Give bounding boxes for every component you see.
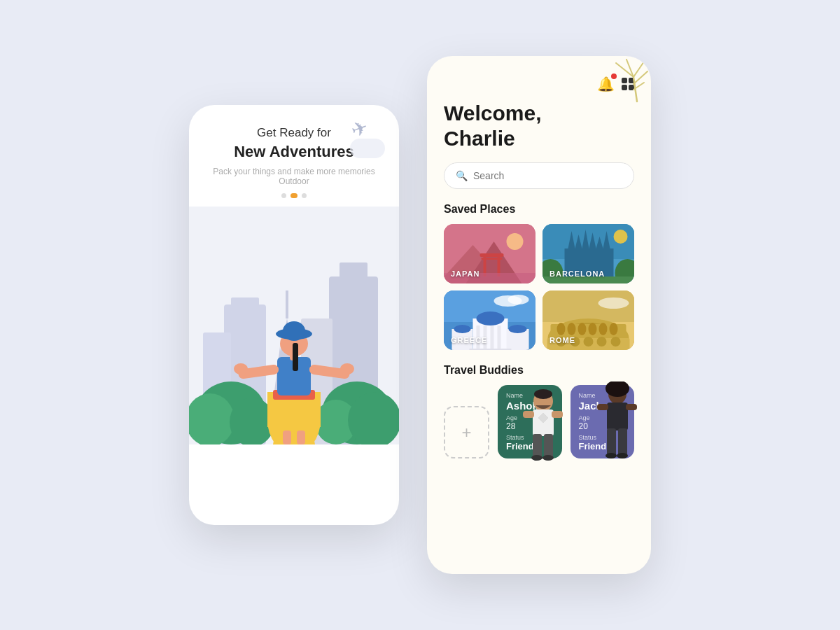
saved-places-title: Saved Places bbox=[427, 203, 651, 216]
svg-rect-44 bbox=[480, 253, 504, 257]
svg-rect-97 bbox=[523, 411, 534, 418]
svg-point-101 bbox=[531, 455, 542, 461]
buddy-card-jack[interactable]: Name Jack Age 20 Status Friend bbox=[570, 385, 635, 458]
notification-badge bbox=[611, 74, 617, 79]
place-card-japan[interactable]: JAPAN bbox=[444, 224, 536, 284]
place-card-greece[interactable]: GREECE bbox=[444, 290, 536, 350]
svg-point-94 bbox=[534, 389, 552, 399]
svg-rect-99 bbox=[533, 434, 542, 458]
svg-point-73 bbox=[509, 325, 527, 333]
svg-rect-108 bbox=[607, 428, 616, 456]
cloud-decoration bbox=[350, 139, 385, 158]
buddies-row: + Name Ashok Age 28 Status Friend bbox=[444, 385, 634, 465]
svg-point-91 bbox=[597, 337, 607, 346]
svg-rect-31 bbox=[297, 430, 305, 444]
svg-rect-105 bbox=[607, 402, 628, 430]
places-grid: JAPAN bbox=[427, 224, 651, 350]
search-icon: 🔍 bbox=[456, 170, 468, 181]
svg-rect-30 bbox=[283, 430, 291, 444]
svg-point-85 bbox=[599, 323, 608, 335]
dot-2[interactable] bbox=[290, 193, 298, 198]
svg-point-22 bbox=[234, 363, 248, 374]
dot-3[interactable] bbox=[302, 193, 307, 198]
svg-rect-3 bbox=[286, 290, 288, 318]
add-buddy-button[interactable]: + bbox=[444, 406, 489, 458]
welcome-section: Welcome, Charlie bbox=[427, 101, 651, 162]
app-container: ✈ Get Ready for New Adventures Pack your… bbox=[189, 56, 651, 574]
svg-rect-45 bbox=[482, 258, 503, 260]
ashok-avatar bbox=[520, 388, 566, 462]
onboarding-svg bbox=[189, 206, 399, 444]
barcelona-label: BARCELONA bbox=[550, 270, 605, 278]
svg-rect-106 bbox=[597, 404, 608, 410]
add-icon: + bbox=[461, 423, 471, 442]
svg-rect-74 bbox=[470, 349, 512, 350]
welcome-greeting: Welcome, bbox=[444, 102, 542, 125]
rome-label: ROME bbox=[550, 336, 575, 344]
svg-rect-7 bbox=[340, 262, 368, 284]
svg-point-86 bbox=[610, 323, 618, 335]
japan-label: JAPAN bbox=[451, 270, 479, 278]
svg-point-83 bbox=[578, 323, 587, 335]
svg-rect-109 bbox=[618, 428, 627, 456]
welcome-text: Welcome, Charlie bbox=[444, 101, 634, 151]
svg-point-92 bbox=[611, 337, 621, 346]
search-input[interactable] bbox=[473, 170, 622, 181]
svg-point-28 bbox=[283, 321, 305, 341]
svg-point-82 bbox=[568, 323, 576, 335]
svg-rect-68 bbox=[491, 326, 494, 350]
svg-point-111 bbox=[617, 453, 628, 458]
svg-point-110 bbox=[606, 453, 617, 458]
phone-home: 🔔 Welcome, Charlie 🔍 bbox=[427, 56, 651, 574]
svg-point-65 bbox=[477, 312, 505, 326]
svg-point-84 bbox=[589, 323, 597, 335]
svg-point-24 bbox=[340, 363, 354, 374]
svg-rect-29 bbox=[293, 343, 298, 371]
phone-onboarding: ✈ Get Ready for New Adventures Pack your… bbox=[189, 105, 399, 525]
jack-avatar bbox=[594, 382, 640, 462]
travel-buddies-title: Travel Buddies bbox=[427, 364, 651, 377]
svg-rect-107 bbox=[626, 404, 637, 410]
notification-button[interactable]: 🔔 bbox=[597, 76, 615, 92]
svg-rect-69 bbox=[498, 326, 501, 350]
welcome-username: Charlie bbox=[444, 127, 515, 150]
left-illustration bbox=[189, 206, 399, 525]
place-card-rome[interactable]: ROME bbox=[542, 290, 634, 350]
svg-point-77 bbox=[598, 298, 629, 309]
svg-point-49 bbox=[614, 230, 628, 244]
buddy-card-ashok[interactable]: Name Ashok Age 28 Status Friend bbox=[498, 385, 562, 458]
svg-rect-5 bbox=[231, 298, 259, 312]
onboarding-header: ✈ Get Ready for New Adventures Pack your… bbox=[189, 105, 399, 206]
svg-point-81 bbox=[557, 323, 566, 335]
svg-point-63 bbox=[508, 295, 529, 304]
svg-rect-98 bbox=[552, 411, 563, 418]
buddies-section: + Name Ashok Age 28 Status Friend bbox=[427, 385, 651, 574]
dot-1[interactable] bbox=[281, 193, 286, 198]
place-card-barcelona[interactable]: BARCELONA bbox=[542, 224, 634, 284]
search-bar[interactable]: 🔍 bbox=[444, 162, 634, 189]
greece-label: GREECE bbox=[451, 336, 487, 344]
pagination-dots bbox=[203, 193, 385, 198]
svg-rect-100 bbox=[544, 434, 553, 458]
svg-point-90 bbox=[584, 337, 594, 346]
svg-point-71 bbox=[454, 325, 471, 333]
svg-line-35 bbox=[634, 62, 644, 77]
svg-point-102 bbox=[542, 455, 554, 461]
onboarding-description: Pack your things and make more memories … bbox=[203, 167, 385, 186]
svg-point-41 bbox=[507, 233, 524, 250]
